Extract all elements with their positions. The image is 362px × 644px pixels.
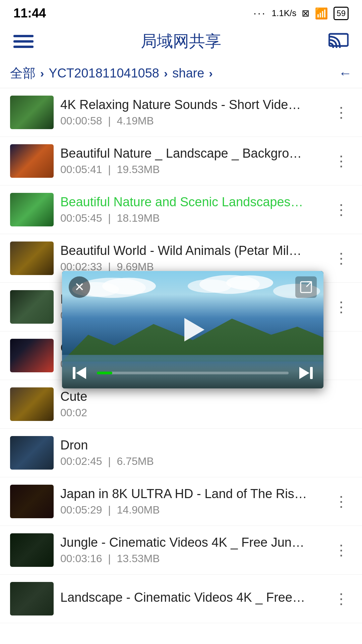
video-thumbnail xyxy=(10,485,54,518)
breadcrumb-arrow-2: › xyxy=(164,67,168,80)
dots-icon: ··· xyxy=(253,7,266,19)
video-info: Jungle - Cinematic Videos 4K _ Free Jun…… xyxy=(54,535,330,565)
video-info: Beautiful World - Wild Animals (Petar Mi… xyxy=(54,244,330,273)
video-title: Landscape - Cinematic Videos 4K _ Free… xyxy=(60,590,308,605)
network-speed: 1.1K/s xyxy=(272,8,297,18)
video-title: Jungle - Cinematic Videos 4K _ Free Jun… xyxy=(60,535,308,550)
video-item[interactable]: Landscape - Cinematic Videos 4K _ Free… … xyxy=(0,575,362,623)
menu-line-3 xyxy=(13,46,34,48)
svg-rect-11 xyxy=(310,367,313,379)
video-meta: 00:00:58 | 4.19MB xyxy=(60,115,324,127)
breadcrumb-folder[interactable]: share xyxy=(172,66,204,80)
back-button[interactable]: ← xyxy=(339,66,352,81)
video-meta: 00:03:16 | 13.53MB xyxy=(60,552,324,565)
progress-filled xyxy=(97,372,112,374)
player-controls-top: ✕ xyxy=(62,271,323,303)
breadcrumb-all[interactable]: 全部 xyxy=(10,65,36,82)
more-options-button[interactable]: ⋮ xyxy=(330,296,352,318)
video-info: Dron 00:02:45 | 6.75MB xyxy=(54,438,352,468)
video-thumbnail xyxy=(10,387,54,421)
video-thumbnail xyxy=(10,96,54,129)
video-title: Dron xyxy=(60,438,308,452)
previous-button[interactable] xyxy=(70,363,90,383)
breadcrumb-arrow-3: › xyxy=(209,67,213,80)
video-title: Beautiful Nature and Scenic Landscapes… xyxy=(60,195,308,209)
player-center-controls xyxy=(178,315,208,345)
player-close-button[interactable]: ✕ xyxy=(69,276,90,298)
video-item[interactable]: Beautiful Nature and Scenic Landscapes… … xyxy=(0,185,362,234)
status-icons: ··· 1.1K/s ⊠ 📶 59 xyxy=(253,7,349,20)
player-expand-button[interactable] xyxy=(295,276,317,298)
video-item[interactable]: Dron 00:02:45 | 6.75MB xyxy=(0,429,362,477)
progress-bar[interactable] xyxy=(97,372,289,374)
video-info: Beautiful Nature _ Landscape _ Backgro… … xyxy=(54,146,330,176)
wifi-icon: 📶 xyxy=(315,7,328,20)
video-meta: 00:02:45 | 6.75MB xyxy=(60,455,345,468)
video-info: Japan in 8K ULTRA HD - Land of The Ris… … xyxy=(54,487,330,516)
video-title: Japan in 8K ULTRA HD - Land of The Ris… xyxy=(60,487,308,501)
menu-button[interactable] xyxy=(13,35,34,48)
video-thumbnail xyxy=(10,533,54,567)
video-meta: 00:05:41 | 19.53MB xyxy=(60,163,324,176)
more-options-button[interactable]: ⋮ xyxy=(330,150,352,172)
more-options-button[interactable]: ⋮ xyxy=(330,199,352,220)
player-controls-bottom xyxy=(62,359,323,388)
breadcrumb: 全部 › YCT201811041058 › share › ← xyxy=(0,59,362,88)
video-meta: 00:02 xyxy=(60,407,345,419)
play-triangle-icon xyxy=(184,318,204,341)
video-item[interactable]: Beautiful Nature _ Landscape _ Backgro… … xyxy=(0,137,362,185)
more-options-button[interactable]: ⋮ xyxy=(330,102,352,123)
video-item[interactable]: 4K Relaxing Nature Sounds - Short Vide… … xyxy=(0,88,362,137)
video-player: ✕ xyxy=(62,271,323,388)
menu-line-2 xyxy=(13,40,34,43)
page-title: 局域网共享 xyxy=(141,31,221,52)
svg-rect-9 xyxy=(73,367,75,379)
more-options-button[interactable]: ⋮ xyxy=(330,588,352,609)
more-options-button[interactable]: ⋮ xyxy=(330,248,352,269)
svg-marker-10 xyxy=(76,367,86,379)
status-time: 11:44 xyxy=(13,6,46,20)
video-thumbnail xyxy=(10,290,54,324)
play-pause-button[interactable] xyxy=(178,315,208,345)
video-meta: 00:05:45 | 18.19MB xyxy=(60,212,324,224)
video-title: Beautiful World - Wild Animals (Petar Mi… xyxy=(60,244,308,258)
breadcrumb-arrow-1: › xyxy=(40,67,44,80)
video-meta: 00:05:29 | 14.90MB xyxy=(60,504,324,516)
video-title: Beautiful Nature _ Landscape _ Backgro… xyxy=(60,146,308,161)
next-button[interactable] xyxy=(295,363,315,383)
top-bar: 局域网共享 xyxy=(0,24,362,59)
svg-marker-12 xyxy=(299,367,309,379)
video-info: Beautiful Nature and Scenic Landscapes… … xyxy=(54,195,330,224)
more-options-button[interactable]: ⋮ xyxy=(330,539,352,561)
video-info: Cute 00:02 xyxy=(54,389,352,419)
video-item[interactable]: Jungle - Cinematic Videos 4K _ Free Jun…… xyxy=(0,526,362,575)
cast-button[interactable] xyxy=(328,31,349,52)
video-title: Cute xyxy=(60,389,308,404)
breadcrumb-device[interactable]: YCT201811041058 xyxy=(49,66,159,80)
video-thumbnail xyxy=(10,339,54,372)
video-thumbnail xyxy=(10,241,54,275)
more-options-button[interactable]: ⋮ xyxy=(330,491,352,512)
video-title: 4K Relaxing Nature Sounds - Short Vide… xyxy=(60,98,308,112)
battery-indicator: 59 xyxy=(334,7,349,20)
menu-line-1 xyxy=(13,35,34,37)
video-thumbnail xyxy=(10,144,54,178)
video-thumbnail xyxy=(10,582,54,615)
video-info: Landscape - Cinematic Videos 4K _ Free… xyxy=(54,590,330,607)
video-item[interactable]: Japan in 8K ULTRA HD - Land of The Ris… … xyxy=(0,477,362,526)
data-icon: ⊠ xyxy=(302,8,309,19)
video-thumbnail xyxy=(10,193,54,226)
video-thumbnail xyxy=(10,436,54,470)
status-bar: 11:44 ··· 1.1K/s ⊠ 📶 59 xyxy=(0,0,362,24)
video-info: 4K Relaxing Nature Sounds - Short Vide… … xyxy=(54,98,330,127)
